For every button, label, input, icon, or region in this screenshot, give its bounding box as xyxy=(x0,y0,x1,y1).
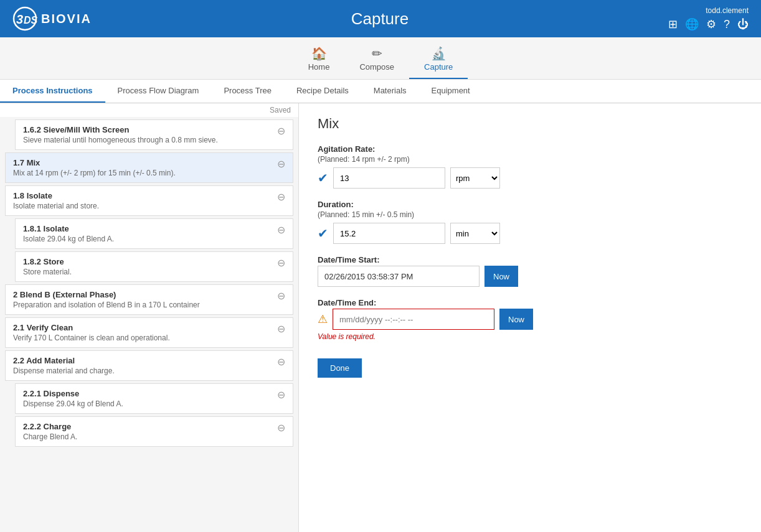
agitation-check-icon: ✔ xyxy=(318,170,328,185)
process-item-content: 1.8.1 Isolate Isolate 29.04 kg of Blend … xyxy=(23,224,272,243)
datetime-end-input[interactable] xyxy=(333,309,494,330)
tab-materials[interactable]: Materials xyxy=(361,80,419,103)
agitation-rate-label: Agitation Rate: xyxy=(318,144,742,154)
process-item-desc: Preparation and isolation of Blend B in … xyxy=(13,301,272,309)
saved-status: Saved xyxy=(0,103,298,117)
remove-icon[interactable]: ⊖ xyxy=(277,389,285,401)
tab-process-instructions[interactable]: Process Instructions xyxy=(0,80,105,103)
tab-recipe-details[interactable]: Recipe Details xyxy=(284,80,361,103)
tab-strip: Process Instructions Process Flow Diagra… xyxy=(0,80,761,103)
list-item[interactable]: 1.7 Mix Mix at 14 rpm (+/- 2 rpm) for 15… xyxy=(5,152,293,183)
nav-bar: 🏠 Home ✏ Compose 🔬 Capture xyxy=(0,37,761,80)
remove-icon[interactable]: ⊖ xyxy=(277,257,285,269)
list-item[interactable]: 1.6.2 Sieve/Mill With Screen Sieve mater… xyxy=(15,119,293,150)
process-item-title: 1.7 Mix xyxy=(13,158,272,167)
tab-process-flow-diagram[interactable]: Process Flow Diagram xyxy=(105,80,212,103)
datetime-end-label: Date/Time End: xyxy=(318,298,742,307)
process-item-content: 2.2 Add Material Dispense material and c… xyxy=(13,356,272,375)
left-panel: Saved 1.6.2 Sieve/Mill With Screen Sieve… xyxy=(0,103,299,532)
process-item-content: 1.6.2 Sieve/Mill With Screen Sieve mater… xyxy=(23,125,272,144)
agitation-rate-group: Agitation Rate: (Planned: 14 rpm +/- 2 r… xyxy=(318,144,742,189)
process-item-title: 2.2.2 Charge xyxy=(23,422,272,431)
remove-icon[interactable]: ⊖ xyxy=(277,356,285,368)
compose-icon: ✏ xyxy=(372,46,382,61)
process-item-desc: Store material. xyxy=(23,268,272,276)
duration-check-icon: ✔ xyxy=(318,226,328,241)
list-item[interactable]: 1.8.2 Store Store material. ⊖ xyxy=(15,251,293,282)
remove-icon[interactable]: ⊖ xyxy=(277,125,285,137)
process-item-desc: Mix at 14 rpm (+/- 2 rpm) for 15 min (+/… xyxy=(13,169,272,177)
process-item-desc: Sieve material until homogeneous through… xyxy=(23,136,272,144)
nav-home[interactable]: 🏠 Home xyxy=(293,42,345,79)
grid-icon[interactable]: ⊞ xyxy=(668,17,678,31)
datetime-end-now-button[interactable]: Now xyxy=(499,309,533,330)
duration-input[interactable] xyxy=(333,223,445,244)
tab-process-tree[interactable]: Process Tree xyxy=(211,80,284,103)
nav-home-label: Home xyxy=(308,62,330,72)
header-title: Capture xyxy=(351,9,409,29)
power-icon[interactable]: ⏻ xyxy=(737,18,749,31)
nav-capture-label: Capture xyxy=(424,62,453,72)
datetime-start-label: Date/Time Start: xyxy=(318,255,742,264)
help-icon[interactable]: ? xyxy=(724,18,730,31)
nav-compose[interactable]: ✏ Compose xyxy=(344,42,409,79)
agitation-rate-sublabel: (Planned: 14 rpm +/- 2 rpm) xyxy=(318,155,742,164)
gear-icon[interactable]: ⚙ xyxy=(706,17,716,31)
list-item[interactable]: 2.2 Add Material Dispense material and c… xyxy=(5,350,293,381)
datetime-end-row: ⚠ Now xyxy=(318,309,742,330)
list-item[interactable]: 2 Blend B (External Phase) Preparation a… xyxy=(5,284,293,315)
list-item[interactable]: 1.8.1 Isolate Isolate 29.04 kg of Blend … xyxy=(15,218,293,249)
remove-icon[interactable]: ⊖ xyxy=(277,422,285,434)
process-item-title: 1.8.2 Store xyxy=(23,257,272,266)
nav-compose-label: Compose xyxy=(359,62,394,72)
remove-icon[interactable]: ⊖ xyxy=(277,224,285,236)
list-item[interactable]: 2.1 Verify Clean Verify 170 L Container … xyxy=(5,317,293,348)
capture-icon: 🔬 xyxy=(431,46,447,61)
tab-equipment[interactable]: Equipment xyxy=(419,80,483,103)
datetime-end-group: Date/Time End: ⚠ Now Value is required. xyxy=(318,298,742,341)
svg-text:3: 3 xyxy=(16,12,23,26)
home-icon: 🏠 xyxy=(311,46,327,61)
duration-unit-select[interactable]: min sec hr xyxy=(450,223,500,244)
process-item-title: 2.1 Verify Clean xyxy=(13,323,272,332)
list-item[interactable]: 1.8 Isolate Isolate material and store. … xyxy=(5,185,293,216)
remove-icon[interactable]: ⊖ xyxy=(277,323,285,335)
process-item-title: 1.6.2 Sieve/Mill With Screen xyxy=(23,125,272,134)
agitation-rate-input[interactable] xyxy=(333,167,445,189)
list-item[interactable]: 2.2.1 Dispense Dispense 29.04 kg of Blen… xyxy=(15,383,293,414)
process-item-content: 2.2.1 Dispense Dispense 29.04 kg of Blen… xyxy=(23,389,272,408)
header: 3 DS BIOVIA Capture todd.clement ⊞ 🌐 ⚙ ?… xyxy=(0,0,761,37)
remove-icon[interactable]: ⊖ xyxy=(277,191,285,203)
globe-icon[interactable]: 🌐 xyxy=(685,17,699,31)
datetime-end-error: Value is required. xyxy=(318,332,742,341)
header-username: todd.clement xyxy=(706,6,749,15)
process-item-content: 2.2.2 Charge Charge Blend A. xyxy=(23,422,272,441)
datetime-start-now-button[interactable]: Now xyxy=(484,266,518,287)
ds-logo-symbol: 3 DS xyxy=(12,6,37,31)
process-item-desc: Charge Blend A. xyxy=(23,432,272,441)
main-container: Saved 1.6.2 Sieve/Mill With Screen Sieve… xyxy=(0,103,761,532)
detail-title: Mix xyxy=(318,116,742,132)
process-item-desc: Dispense 29.04 kg of Blend A. xyxy=(23,399,272,408)
process-item-content: 1.8.2 Store Store material. xyxy=(23,257,272,276)
list-item[interactable]: 2.2.2 Charge Charge Blend A. ⊖ xyxy=(15,416,293,447)
process-item-content: 1.7 Mix Mix at 14 rpm (+/- 2 rpm) for 15… xyxy=(13,158,272,177)
right-panel: Mix Agitation Rate: (Planned: 14 rpm +/-… xyxy=(299,103,761,532)
agitation-rate-row: ✔ rpm Hz rps xyxy=(318,167,742,189)
process-item-desc: Verify 170 L Container is clean and oper… xyxy=(13,334,272,342)
remove-icon[interactable]: ⊖ xyxy=(277,290,285,302)
process-item-content: 1.8 Isolate Isolate material and store. xyxy=(13,191,272,210)
done-button[interactable]: Done xyxy=(318,358,362,378)
svg-text:DS: DS xyxy=(24,15,37,26)
nav-capture[interactable]: 🔬 Capture xyxy=(409,42,468,79)
header-right: todd.clement ⊞ 🌐 ⚙ ? ⏻ xyxy=(668,6,749,31)
datetime-start-row: Now xyxy=(318,266,742,287)
process-item-content: 2 Blend B (External Phase) Preparation a… xyxy=(13,290,272,309)
remove-icon[interactable]: ⊖ xyxy=(277,158,285,170)
datetime-start-input[interactable] xyxy=(318,266,480,287)
agitation-rate-unit-select[interactable]: rpm Hz rps xyxy=(450,167,500,189)
duration-row: ✔ min sec hr xyxy=(318,223,742,244)
process-item-title: 1.8 Isolate xyxy=(13,191,272,200)
process-item-title: 2 Blend B (External Phase) xyxy=(13,290,272,299)
process-item-title: 2.2 Add Material xyxy=(13,356,272,365)
